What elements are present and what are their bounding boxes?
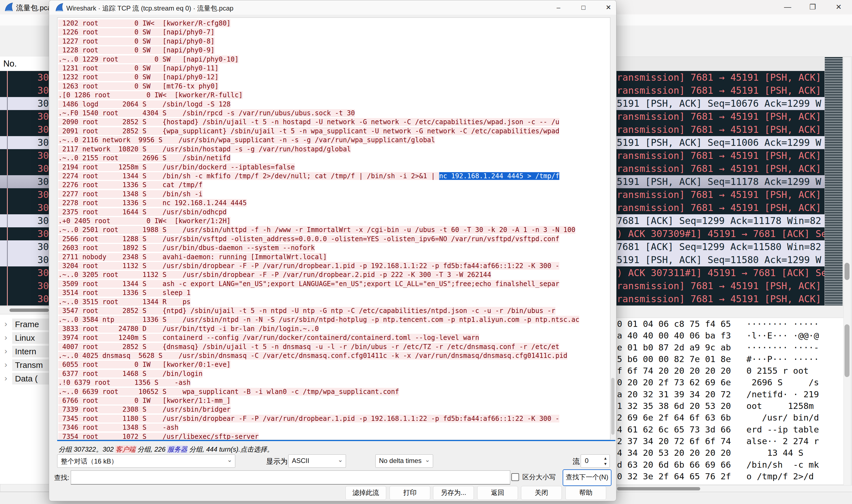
packet-row-number[interactable]: 30 <box>0 97 49 110</box>
help-button[interactable]: 帮助 <box>566 486 606 500</box>
packet-row-number[interactable]: 30 <box>0 71 49 84</box>
delta-times-select[interactable]: No delta times⌄ <box>376 454 433 468</box>
packet-row[interactable]: ransmission] 7681 → 45191 [PSH, ACK] <box>616 162 824 175</box>
packet-row-number[interactable]: 30 <box>0 162 49 175</box>
show-as-label: 显示为 <box>266 456 288 466</box>
stepper-arrows-icon[interactable]: ▲▼ <box>604 455 607 467</box>
packet-row[interactable]: ) ACK 307309#1] 45191 → 7681 [ACK] Se <box>616 227 824 240</box>
packet-row[interactable]: ransmission] 7681 → 45191 [PSH, ACK] <box>616 84 824 97</box>
tree-item-data-[interactable]: ›Data ( <box>0 373 49 384</box>
save-as-button[interactable]: 另存为... <box>433 486 474 500</box>
find-next-button[interactable]: 查找下一个(N) <box>563 469 611 486</box>
chevron-right-icon[interactable]: › <box>4 360 7 369</box>
stream-line-text: 1227 root 0 SW [napi/phy0-8] <box>58 37 215 45</box>
hex-row[interactable]: 4 61 62 6c 65 73 3d 66 erd --ip table <box>616 424 844 435</box>
hex-row[interactable]: 0 20 20 2f 73 62 69 6e 2696 S /s <box>616 377 844 388</box>
packet-row[interactable]: 5191 [PSH, ACK] Seq=11580 Ack=1299 W <box>616 253 824 266</box>
dialog-minimize-button[interactable]: – <box>551 1 566 14</box>
packet-row[interactable]: ransmission] 7681 → 45191 [PSH, ACK] <box>616 71 824 84</box>
stream-line-text: 3974 root 1240m S containerd --config /v… <box>58 334 479 342</box>
main-minimize-button[interactable]: — <box>779 1 797 13</box>
packet-row[interactable]: 5191 [PSH, ACK] Seq=10676 Ack=1299 W <box>616 97 824 110</box>
packet-row[interactable]: ) ACK 307311#1] 45191 → 7681 [ACK] Se <box>616 266 824 280</box>
packet-row-number[interactable]: 30 <box>0 175 49 188</box>
hex-row[interactable]: e 01 b0 87 2d a9 9c ab ········ ····- <box>616 342 844 353</box>
stream-line: 2711 nobody 2348 S avahi-daemon: running… <box>58 253 579 262</box>
find-input[interactable] <box>71 470 510 485</box>
print-button[interactable]: 打印 <box>389 486 430 500</box>
packet-row[interactable]: 5191 [PSH, ACK] Seq=11006 Ack=1299 W <box>616 136 824 149</box>
packet-row-number[interactable]: 30 <box>0 280 49 292</box>
stream-line-text: .~..0 2116 network 9956 S /usr/sbin/wpa_… <box>58 136 435 144</box>
packet-row[interactable]: ransmission] 7681 → 45191 [PSH, ACK] <box>616 280 824 292</box>
stream-line: 1486 logd 2064 S /sbin/logd -S 128 <box>58 100 579 109</box>
filter-out-stream-button[interactable]: 滤掉此流 <box>345 486 386 500</box>
follow-tcp-stream-dialog: Wireshark · 追踪 TCP 流 (tcp.stream eq 0) ·… <box>49 0 616 501</box>
details-pane-scrollbar[interactable] <box>0 484 49 492</box>
chevron-right-icon[interactable]: › <box>4 333 7 342</box>
tree-item-frame[interactable]: ›Frame <box>0 319 49 330</box>
dialog-close-button[interactable]: ✕ <box>601 1 616 14</box>
stream-vscrollbar[interactable] <box>610 17 615 439</box>
packet-row-number[interactable]: 30 <box>0 149 49 162</box>
hex-row[interactable]: 5 b6 00 00 82 7e 01 8e #···P··· ····· <box>616 353 844 365</box>
stream-line-indicator <box>7 123 8 136</box>
packet-row[interactable]: 5191 [PSH, ACK] Seq=11178 Ack=1299 W <box>616 175 824 188</box>
packet-row-number[interactable]: 30 <box>0 292 49 306</box>
main-close-button[interactable]: ✕ <box>830 1 848 13</box>
packet-list-minimap-scrollbar[interactable] <box>824 57 842 306</box>
dialog-maximize-button[interactable]: □ <box>576 1 591 14</box>
stream-line-text: 2375 root 1644 S /usr/sbin/odhcpd <box>58 208 227 216</box>
packet-row[interactable]: ransmission] 7681 → 45191 [PSH, ACK] <box>616 292 824 306</box>
chevron-right-icon[interactable]: › <box>4 346 7 356</box>
case-sensitive-checkbox[interactable] <box>511 473 519 481</box>
packet-row-number[interactable]: 30 <box>0 214 49 227</box>
tree-item-transm[interactable]: ›Transm <box>0 359 49 371</box>
packet-row-number[interactable]: 30 <box>0 188 49 201</box>
packet-bytes-hscrollbar[interactable] <box>616 485 852 492</box>
hex-row[interactable]: 4 34 20 53 20 20 20 20 13 44 S <box>616 447 844 458</box>
packet-row[interactable]: ransmission] 7681 → 45191 [PSH, ACK] <box>616 188 824 201</box>
hex-row[interactable]: 1 32 35 38 6d 20 53 20 oot 1258m <box>616 400 844 412</box>
packet-row[interactable]: 7681 [ACK] Seq=1299 Ack=11580 Win=82 <box>616 240 824 253</box>
packet-row[interactable]: ransmission] 7681 → 45191 [PSH, ACK] <box>616 110 824 123</box>
hex-row[interactable]: 0 01 04 06 c8 75 f4 65 ········ ····· <box>616 318 844 330</box>
hex-row[interactable]: a 20 32 31 39 34 20 72 /netifd· · 219 <box>616 389 844 400</box>
packet-list-header-no[interactable]: No. <box>0 57 49 71</box>
packet-row[interactable]: ransmission] 7681 → 45191 [PSH, ACK] <box>616 149 824 162</box>
stream-line-text: 1263 root 0 SW [mt76-tx phy0] <box>58 82 219 90</box>
packet-list-hscrollbar[interactable] <box>0 306 49 314</box>
hex-row[interactable]: 2 69 6e 2f 64 6f 63 6b /usr/ bin/d <box>616 412 844 423</box>
packet-row-number[interactable]: 30 <box>0 84 49 97</box>
right-vscrollbar[interactable] <box>844 57 851 489</box>
packet-row-number[interactable]: 30 <box>0 136 49 149</box>
chevron-right-icon[interactable]: › <box>4 374 7 383</box>
packet-row[interactable]: 7681 [ACK] Seq=1299 Ack=11178 Win=82 <box>616 214 824 227</box>
packet-row-number[interactable]: 30 <box>0 110 49 123</box>
stream-line-text: 2117 network 10820 S /usr/sbin/hostapd -… <box>58 145 351 153</box>
chevron-right-icon[interactable]: › <box>4 319 7 328</box>
packet-row-number[interactable]: 30 <box>0 123 49 136</box>
packet-row-number[interactable]: 30 <box>0 201 49 214</box>
packet-row-number[interactable]: 30 <box>0 266 49 280</box>
conversation-select[interactable]: 整个对话（16 kB）⌄ <box>57 454 235 468</box>
packet-row-number[interactable]: 30 <box>0 253 49 266</box>
packet-row[interactable]: ransmission] 7681 → 45191 [PSH, ACK] <box>616 201 824 214</box>
tree-item-linux[interactable]: ›Linux <box>0 332 49 344</box>
hex-row[interactable]: d 63 20 6d 6b 66 69 66 /bin/sh -c mk <box>616 459 844 470</box>
hex-row[interactable]: 2 37 34 20 72 6f 6f 74 alse·· 2 274 r <box>616 435 844 447</box>
packet-row-number[interactable]: 30 <box>0 227 49 240</box>
hex-row[interactable]: a 40 40 00 40 06 ba f3 ·l··E··· ·@@·@ <box>616 330 844 341</box>
packet-row-number[interactable]: 30 <box>0 240 49 253</box>
back-button[interactable]: 返回 <box>477 486 518 500</box>
hex-row[interactable]: 0 32 3e 2f 64 65 76 2f o /tmp/f 2>/d <box>616 470 844 482</box>
close-button[interactable]: 关闭 <box>521 486 562 500</box>
pane-splitter[interactable] <box>616 306 844 318</box>
tree-item-intern[interactable]: ›Intern <box>0 346 49 357</box>
show-as-select[interactable]: ASCII⌄ <box>288 454 346 468</box>
main-restore-button[interactable]: ❐ <box>804 1 821 13</box>
stream-number-stepper[interactable]: 0 ▲▼ <box>581 454 610 468</box>
packet-row[interactable]: ransmission] 7681 → 45191 [PSH, ACK] <box>616 123 824 136</box>
stream-content-area[interactable]: 1202 root 0 IW< [kworker/R-cfg80] 1226 r… <box>57 17 610 440</box>
hex-row[interactable]: f 6f 74 20 20 20 20 20 0 2155 r oot <box>616 365 844 377</box>
